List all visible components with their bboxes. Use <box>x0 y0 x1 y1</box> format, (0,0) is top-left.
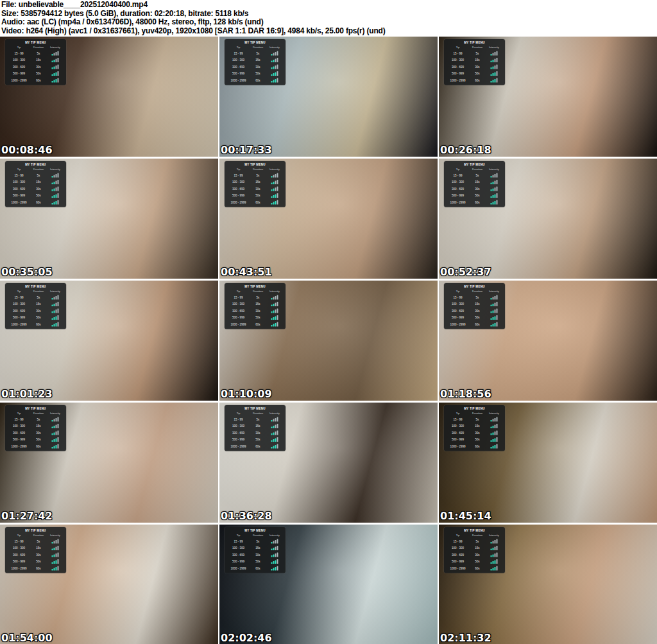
intensity-bar <box>491 318 492 320</box>
intensity-bar <box>271 298 273 300</box>
tip-menu-row: 100 - 30015s <box>226 546 284 550</box>
tip-menu-row: 300 - 69930s <box>226 431 284 435</box>
tip-menu-column-header: Intensity <box>266 534 284 537</box>
tip-menu-row: 15 - 995s <box>7 51 64 56</box>
intensity-bar <box>495 323 496 327</box>
tip-menu-overlay: MY TIP MENU TipDurationIntensity 15 - 99… <box>225 161 286 207</box>
tip-menu-row: 1000 - 299960s <box>226 566 284 571</box>
intensity-bar <box>493 182 494 184</box>
tip-menu-columns: TipDurationIntensity <box>446 168 503 171</box>
intensity-bar <box>58 559 59 564</box>
intensity-bar <box>277 58 278 62</box>
intensity-bar <box>273 541 275 544</box>
intensity-bar <box>275 553 277 557</box>
intensity-bar <box>495 317 496 320</box>
tip-menu-row: 15 - 995s <box>7 173 64 178</box>
intensity-bar <box>58 58 59 62</box>
tip-menu-overlay: MY TIP MENU TipDurationIntensity 15 - 99… <box>5 283 66 329</box>
intensity-bar <box>493 568 494 571</box>
tip-intensity-bars <box>266 309 284 313</box>
intensity-bar <box>275 65 277 69</box>
tip-range: 1000 - 2999 <box>7 79 31 82</box>
intensity-bar <box>491 562 492 564</box>
tip-menu-column-header: Tip <box>7 46 31 49</box>
tip-menu-title: MY TIP MENU <box>7 41 64 44</box>
tip-menu-row: 15 - 995s <box>446 51 503 56</box>
intensity-bar <box>271 433 273 435</box>
tip-range: 100 - 300 <box>226 58 250 62</box>
intensity-bar <box>493 311 494 313</box>
tip-intensity-bars <box>266 65 284 69</box>
intensity-bar <box>277 309 278 313</box>
intensity-bar <box>56 296 57 300</box>
tip-menu-columns: TipDurationIntensity <box>7 290 64 293</box>
tip-menu-column-header: Duration <box>31 46 46 49</box>
tip-range: 15 - 99 <box>7 540 31 543</box>
tip-intensity-bars <box>266 444 284 449</box>
intensity-bar <box>495 174 496 178</box>
intensity-bar <box>275 303 277 307</box>
intensity-bar <box>271 305 273 307</box>
tip-duration: 15s <box>31 58 46 62</box>
tip-duration: 30s <box>31 65 46 69</box>
tip-duration: 30s <box>31 431 46 435</box>
intensity-bar <box>493 189 494 191</box>
tip-range: 500 - 999 <box>226 560 250 563</box>
tip-menu-row: 100 - 30015s <box>7 180 64 184</box>
tip-duration: 15s <box>470 180 485 184</box>
intensity-bar <box>493 433 494 435</box>
contact-sheet: File: unbelievable____202512040400.mp4 S… <box>0 0 657 644</box>
intensity-bar <box>54 182 55 184</box>
intensity-bar <box>497 58 498 62</box>
tip-menu-columns: TipDurationIntensity <box>226 168 284 171</box>
tip-menu-row: 500 - 99950s <box>446 71 503 76</box>
intensity-bar <box>491 298 492 300</box>
intensity-bar <box>275 561 277 564</box>
tip-menu-row: 300 - 69930s <box>7 553 64 557</box>
intensity-bar <box>52 203 53 205</box>
tip-menu-overlay: MY TIP MENU TipDurationIntensity 15 - 99… <box>444 283 505 329</box>
tip-intensity-bars <box>485 51 503 56</box>
tip-range: 15 - 99 <box>7 296 31 299</box>
intensity-bar <box>491 176 492 178</box>
tip-intensity-bars <box>485 444 503 449</box>
intensity-bar <box>497 437 498 442</box>
tip-duration: 15s <box>250 58 266 62</box>
tip-intensity-bars <box>46 193 64 198</box>
tip-duration: 15s <box>470 302 485 306</box>
timestamp-label: 02:11:32 <box>440 632 491 644</box>
intensity-bar <box>497 193 498 198</box>
tip-menu-row: 1000 - 299960s <box>446 566 503 571</box>
intensity-bar <box>497 315 498 320</box>
intensity-bar <box>52 54 53 56</box>
tip-duration: 15s <box>31 546 46 550</box>
intensity-bar <box>275 547 277 551</box>
intensity-bar <box>271 447 273 449</box>
intensity-bar <box>277 553 278 557</box>
tip-range: 15 - 99 <box>446 174 470 177</box>
intensity-bar <box>58 309 59 313</box>
intensity-bar <box>497 187 498 191</box>
tip-menu-row: 15 - 995s <box>226 173 284 178</box>
intensity-bar <box>497 417 498 422</box>
intensity-bar <box>273 548 275 550</box>
intensity-bar <box>56 323 57 327</box>
tip-menu-column-header: Intensity <box>46 290 64 293</box>
tip-range: 15 - 99 <box>226 418 250 421</box>
intensity-bar <box>491 74 492 76</box>
intensity-bar <box>58 417 59 422</box>
intensity-bar <box>58 302 59 306</box>
tip-intensity-bars <box>485 187 503 191</box>
intensity-bar <box>277 444 278 449</box>
intensity-bar <box>273 439 275 442</box>
intensity-bar <box>493 304 494 306</box>
tip-menu-column-header: Intensity <box>266 46 284 49</box>
intensity-bar <box>56 309 57 313</box>
tip-intensity-bars <box>266 173 284 178</box>
tip-range: 100 - 300 <box>226 424 250 428</box>
intensity-bar <box>56 567 57 571</box>
intensity-bar <box>491 420 492 422</box>
intensity-bar <box>52 549 53 551</box>
tip-range: 100 - 300 <box>226 546 250 550</box>
tip-range: 1000 - 2999 <box>446 201 470 204</box>
